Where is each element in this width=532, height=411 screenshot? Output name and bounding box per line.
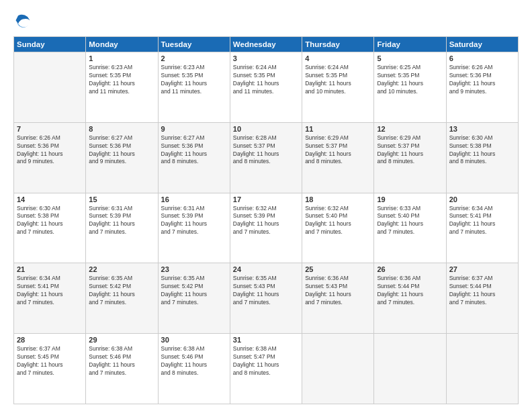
calendar-cell: 3Sunrise: 6:24 AM Sunset: 5:35 PM Daylig… <box>230 52 302 123</box>
week-row-3: 21Sunrise: 6:34 AM Sunset: 5:41 PM Dayli… <box>14 263 519 334</box>
day-info: Sunrise: 6:27 AM Sunset: 5:36 PM Dayligh… <box>89 134 154 167</box>
calendar-cell: 28Sunrise: 6:37 AM Sunset: 5:45 PM Dayli… <box>14 334 86 404</box>
day-info: Sunrise: 6:23 AM Sunset: 5:35 PM Dayligh… <box>89 64 154 96</box>
calendar-cell: 25Sunrise: 6:36 AM Sunset: 5:43 PM Dayli… <box>302 263 374 334</box>
day-info: Sunrise: 6:30 AM Sunset: 5:38 PM Dayligh… <box>449 134 515 167</box>
calendar-cell: 27Sunrise: 6:37 AM Sunset: 5:44 PM Dayli… <box>446 263 518 334</box>
day-info: Sunrise: 6:27 AM Sunset: 5:36 PM Dayligh… <box>161 134 227 167</box>
calendar-cell: 31Sunrise: 6:38 AM Sunset: 5:47 PM Dayli… <box>230 334 302 404</box>
calendar-cell: 1Sunrise: 6:23 AM Sunset: 5:35 PM Daylig… <box>86 52 158 123</box>
day-info: Sunrise: 6:24 AM Sunset: 5:35 PM Dayligh… <box>305 64 371 96</box>
calendar-cell: 5Sunrise: 6:25 AM Sunset: 5:35 PM Daylig… <box>374 52 446 123</box>
calendar-body: 1Sunrise: 6:23 AM Sunset: 5:35 PM Daylig… <box>14 52 519 404</box>
day-number: 6 <box>449 54 515 62</box>
day-number: 7 <box>17 125 83 133</box>
day-info: Sunrise: 6:35 AM Sunset: 5:43 PM Dayligh… <box>233 275 299 307</box>
calendar-cell: 9Sunrise: 6:27 AM Sunset: 5:36 PM Daylig… <box>158 122 230 193</box>
day-number: 10 <box>233 125 299 133</box>
day-info: Sunrise: 6:38 AM Sunset: 5:47 PM Dayligh… <box>233 345 299 377</box>
day-header-wednesday: Wednesday <box>230 37 302 52</box>
day-number: 20 <box>449 195 515 203</box>
calendar-cell: 19Sunrise: 6:33 AM Sunset: 5:40 PM Dayli… <box>374 193 446 263</box>
calendar-cell: 6Sunrise: 6:26 AM Sunset: 5:36 PM Daylig… <box>446 52 518 123</box>
calendar-cell: 11Sunrise: 6:29 AM Sunset: 5:37 PM Dayli… <box>302 122 374 193</box>
calendar-cell: 8Sunrise: 6:27 AM Sunset: 5:36 PM Daylig… <box>86 122 158 193</box>
day-number: 19 <box>377 195 443 203</box>
day-info: Sunrise: 6:29 AM Sunset: 5:37 PM Dayligh… <box>305 134 371 167</box>
day-header-monday: Monday <box>86 37 158 52</box>
days-row: SundayMondayTuesdayWednesdayThursdayFrid… <box>14 37 519 52</box>
day-info: Sunrise: 6:36 AM Sunset: 5:43 PM Dayligh… <box>305 275 371 307</box>
calendar-cell: 15Sunrise: 6:31 AM Sunset: 5:39 PM Dayli… <box>86 193 158 263</box>
day-info: Sunrise: 6:25 AM Sunset: 5:35 PM Dayligh… <box>377 64 443 96</box>
calendar-cell: 30Sunrise: 6:38 AM Sunset: 5:46 PM Dayli… <box>158 334 230 404</box>
calendar-cell: 29Sunrise: 6:38 AM Sunset: 5:46 PM Dayli… <box>86 334 158 404</box>
day-number: 5 <box>377 54 443 62</box>
calendar-cell: 14Sunrise: 6:30 AM Sunset: 5:38 PM Dayli… <box>14 193 86 263</box>
day-number: 8 <box>89 125 154 133</box>
calendar-cell: 17Sunrise: 6:32 AM Sunset: 5:39 PM Dayli… <box>230 193 302 263</box>
day-info: Sunrise: 6:38 AM Sunset: 5:46 PM Dayligh… <box>89 345 154 377</box>
day-info: Sunrise: 6:32 AM Sunset: 5:39 PM Dayligh… <box>233 205 299 237</box>
week-row-2: 14Sunrise: 6:30 AM Sunset: 5:38 PM Dayli… <box>14 193 519 263</box>
day-number: 4 <box>305 54 371 62</box>
day-info: Sunrise: 6:35 AM Sunset: 5:42 PM Dayligh… <box>161 275 227 307</box>
calendar-cell: 4Sunrise: 6:24 AM Sunset: 5:35 PM Daylig… <box>302 52 374 123</box>
day-info: Sunrise: 6:35 AM Sunset: 5:42 PM Dayligh… <box>89 275 154 307</box>
day-number: 14 <box>17 195 83 203</box>
day-number: 25 <box>305 265 371 273</box>
day-number: 11 <box>305 125 371 133</box>
day-number: 2 <box>161 54 227 62</box>
day-header-thursday: Thursday <box>302 37 374 52</box>
page: SundayMondayTuesdayWednesdayThursdayFrid… <box>0 0 532 411</box>
day-info: Sunrise: 6:32 AM Sunset: 5:40 PM Dayligh… <box>305 205 371 237</box>
calendar-cell <box>446 334 518 404</box>
day-header-friday: Friday <box>374 37 446 52</box>
logo-icon <box>13 12 32 31</box>
day-info: Sunrise: 6:28 AM Sunset: 5:37 PM Dayligh… <box>233 134 299 167</box>
calendar-cell: 23Sunrise: 6:35 AM Sunset: 5:42 PM Dayli… <box>158 263 230 334</box>
day-number: 18 <box>305 195 371 203</box>
calendar-cell: 10Sunrise: 6:28 AM Sunset: 5:37 PM Dayli… <box>230 122 302 193</box>
day-number: 27 <box>449 265 515 273</box>
day-number: 31 <box>233 336 299 344</box>
day-number: 1 <box>89 54 154 62</box>
calendar-cell: 16Sunrise: 6:31 AM Sunset: 5:39 PM Dayli… <box>158 193 230 263</box>
day-info: Sunrise: 6:29 AM Sunset: 5:37 PM Dayligh… <box>377 134 443 167</box>
calendar-cell: 22Sunrise: 6:35 AM Sunset: 5:42 PM Dayli… <box>86 263 158 334</box>
calendar-cell: 13Sunrise: 6:30 AM Sunset: 5:38 PM Dayli… <box>446 122 518 193</box>
calendar-cell: 7Sunrise: 6:26 AM Sunset: 5:36 PM Daylig… <box>14 122 86 193</box>
day-number: 17 <box>233 195 299 203</box>
day-info: Sunrise: 6:26 AM Sunset: 5:36 PM Dayligh… <box>17 134 83 167</box>
calendar-cell <box>302 334 374 404</box>
day-number: 12 <box>377 125 443 133</box>
day-header-saturday: Saturday <box>446 37 518 52</box>
day-number: 26 <box>377 265 443 273</box>
day-info: Sunrise: 6:33 AM Sunset: 5:40 PM Dayligh… <box>377 205 443 237</box>
day-number: 13 <box>449 125 515 133</box>
day-number: 3 <box>233 54 299 62</box>
day-info: Sunrise: 6:23 AM Sunset: 5:35 PM Dayligh… <box>161 64 227 96</box>
day-number: 21 <box>17 265 83 273</box>
calendar-cell <box>374 334 446 404</box>
day-number: 28 <box>17 336 83 344</box>
day-info: Sunrise: 6:34 AM Sunset: 5:41 PM Dayligh… <box>449 205 515 237</box>
day-number: 16 <box>161 195 227 203</box>
calendar: SundayMondayTuesdayWednesdayThursdayFrid… <box>13 36 519 404</box>
header <box>13 12 519 31</box>
day-info: Sunrise: 6:34 AM Sunset: 5:41 PM Dayligh… <box>17 275 83 307</box>
calendar-cell: 20Sunrise: 6:34 AM Sunset: 5:41 PM Dayli… <box>446 193 518 263</box>
calendar-cell: 24Sunrise: 6:35 AM Sunset: 5:43 PM Dayli… <box>230 263 302 334</box>
calendar-cell: 18Sunrise: 6:32 AM Sunset: 5:40 PM Dayli… <box>302 193 374 263</box>
day-number: 29 <box>89 336 154 344</box>
day-info: Sunrise: 6:26 AM Sunset: 5:36 PM Dayligh… <box>449 64 515 96</box>
day-info: Sunrise: 6:37 AM Sunset: 5:45 PM Dayligh… <box>17 345 83 377</box>
day-header-tuesday: Tuesday <box>158 37 230 52</box>
day-number: 30 <box>161 336 227 344</box>
calendar-cell: 2Sunrise: 6:23 AM Sunset: 5:35 PM Daylig… <box>158 52 230 123</box>
calendar-cell <box>14 52 86 123</box>
day-info: Sunrise: 6:31 AM Sunset: 5:39 PM Dayligh… <box>89 205 154 237</box>
day-number: 9 <box>161 125 227 133</box>
day-info: Sunrise: 6:37 AM Sunset: 5:44 PM Dayligh… <box>449 275 515 307</box>
day-number: 23 <box>161 265 227 273</box>
